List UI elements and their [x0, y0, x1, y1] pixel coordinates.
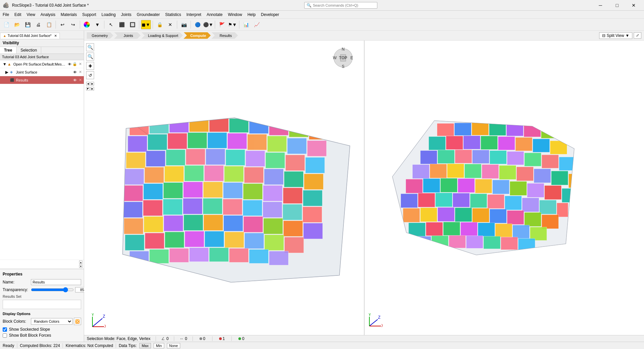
svg-rect-133 [430, 164, 446, 178]
eye-icon-open-pit[interactable]: 👁 [67, 62, 72, 67]
restore-button[interactable]: □ [609, 0, 625, 11]
scroll-tr-btn[interactable]: ▶ [90, 87, 94, 90]
eye-icon-joint[interactable]: 👁 [72, 70, 77, 75]
sphere-button[interactable]: 🔵 [193, 20, 202, 29]
undo-button[interactable]: ↩ [58, 20, 67, 29]
scroll-down-arrow[interactable]: ▼ [79, 264, 82, 268]
scroll-tl-btn[interactable]: ◤ [86, 87, 90, 90]
tree-item-joint-label: Joint Surface [16, 70, 72, 74]
file-tab[interactable]: ▲ Tutorial 03 Add Joint Surface* ✕ [0, 33, 60, 39]
new-button[interactable]: 📄 [1, 20, 11, 29]
menu-item-groundwater[interactable]: Groundwater [134, 11, 162, 18]
save-button[interactable]: 💾 [23, 20, 33, 29]
scroll-right-btn[interactable]: ▶ [90, 82, 94, 86]
menu-item-support[interactable]: Support [79, 11, 99, 18]
split-view-button[interactable]: ⊟ Split View ▼ [599, 32, 632, 39]
zoom-out-btn-left[interactable]: 🔍- [86, 53, 94, 61]
search-input[interactable] [313, 3, 373, 7]
scroll-up-arrow[interactable]: ▲ [79, 261, 82, 264]
svg-rect-134 [447, 164, 464, 178]
workflow-step-results[interactable]: Results [211, 32, 238, 39]
redo-button[interactable]: ↪ [68, 20, 78, 29]
sphere2-button[interactable]: ⚫▼ [203, 20, 213, 29]
block-colors-select[interactable]: Random Colors By Material By Factor of S… [31, 318, 72, 325]
flag-button[interactable]: 🚩 [217, 20, 227, 29]
svg-rect-91 [190, 248, 209, 262]
chart-button[interactable]: 📈 [252, 20, 262, 29]
menu-item-window[interactable]: Window [225, 11, 245, 18]
expand-viewer-button[interactable]: ⤢ [634, 32, 641, 39]
close-button[interactable]: ✕ [626, 0, 641, 11]
menu-item-materials[interactable]: Materials [58, 11, 80, 18]
cross-button[interactable]: ✕ [165, 20, 175, 29]
socketed-slope-label: Show Sockected Slope [9, 327, 50, 332]
workflow-step-geometry[interactable]: Geometry [87, 32, 113, 39]
menu-item-analysis[interactable]: Analysis [38, 11, 58, 18]
data-tips-none-button[interactable]: None [167, 343, 180, 348]
pan-btn-left[interactable]: ✚ [86, 62, 94, 70]
export-button[interactable]: 📋 [44, 20, 54, 29]
menu-item-annotate[interactable]: Annotate [204, 11, 225, 18]
vis-tab-selection[interactable]: Selection [17, 47, 41, 54]
menu-item-interpret[interactable]: Interpret [184, 11, 204, 18]
camera-button[interactable]: 📷 [179, 20, 189, 29]
parts-section[interactable]: 0 [237, 336, 246, 341]
svg-rect-73 [204, 215, 223, 230]
lock-button[interactable]: 🔒 [155, 20, 165, 29]
delete-icon-joint[interactable]: ✕ [78, 70, 82, 75]
vis-tab-tree[interactable]: Tree [0, 47, 17, 54]
menu-item-joints[interactable]: Joints [118, 11, 134, 18]
svg-rect-35 [246, 151, 265, 166]
bodies-section[interactable]: 1 [218, 336, 226, 341]
eye-icon-results[interactable]: 👁 [72, 78, 77, 83]
menu-item-loading[interactable]: Loading [99, 11, 118, 18]
expand-icon-joint[interactable]: ▶ [5, 70, 10, 75]
undo-btn-left[interactable]: ↺ [86, 71, 94, 79]
workflow-step-joints[interactable]: Joints [114, 32, 141, 39]
zoom-in-btn-left[interactable]: 🔍 [86, 43, 94, 51]
open-button[interactable]: 📂 [12, 20, 22, 29]
data-tips-min-button[interactable]: Min [154, 343, 164, 348]
color-wheel-button[interactable] [82, 20, 92, 29]
shuffle-button[interactable]: 🔀 [74, 318, 81, 325]
svg-rect-166 [472, 208, 489, 222]
select-tool[interactable]: ↖ [106, 20, 116, 29]
title-bar-search[interactable]: 🔍 [304, 2, 377, 9]
tree-item-open-pit[interactable]: ▼ ▲ Open Pit Surface:Default:Mesh_ext 👁 … [0, 60, 84, 68]
menu-item-statistics[interactable]: Statistics [163, 11, 184, 18]
name-input[interactable] [31, 279, 81, 285]
menu-item-developer[interactable]: Developer [258, 11, 282, 18]
faces-section[interactable]: 0 [198, 336, 207, 341]
scroll-left-btn[interactable]: ◀ [86, 82, 90, 86]
minimize-button[interactable]: ─ [593, 0, 608, 11]
print-button[interactable]: 🖨 [33, 20, 43, 29]
active-mode-button[interactable]: ◼▼ [141, 20, 151, 29]
delete-icon-results[interactable]: ✕ [78, 78, 82, 83]
box-button[interactable]: 🔲 [127, 20, 137, 29]
data-tips-max-button[interactable]: Max [139, 343, 151, 348]
socketed-slope-checkbox[interactable] [3, 327, 7, 332]
menu-item-edit[interactable]: Edit [12, 11, 24, 18]
menu-item-help[interactable]: Help [245, 11, 258, 18]
menu-item-view[interactable]: View [24, 11, 38, 18]
select-button[interactable]: ▼ [92, 20, 102, 29]
svg-rect-64 [223, 199, 242, 215]
svg-line-100 [92, 318, 102, 327]
flag2-button[interactable]: ⚑▼ [227, 20, 237, 29]
menu-item-file[interactable]: File [0, 11, 12, 18]
tree-item-results[interactable]: ⬛ Results 👁 ✕ [0, 76, 84, 84]
lock-icon-open-pit[interactable]: 🔒 [72, 62, 77, 67]
delete-icon-open-pit[interactable]: ✕ [78, 62, 82, 67]
workflow-step-compute[interactable]: Compute [184, 32, 211, 39]
svg-rect-185 [518, 239, 535, 251]
table-button[interactable]: 📊 [241, 20, 251, 29]
transparency-slider[interactable] [31, 287, 74, 292]
tree-item-joint[interactable]: ▶ ◈ Joint Surface 👁 ✕ [0, 68, 84, 76]
bolt-forces-checkbox[interactable] [3, 333, 7, 338]
cube-button[interactable]: ⬛ [117, 20, 127, 29]
tab-close-icon[interactable]: ✕ [54, 34, 57, 38]
workflow-step-loading[interactable]: Loading & Support [141, 32, 183, 39]
expand-icon-open-pit[interactable]: ▼ [3, 62, 7, 67]
split-view-icon: ⊟ [602, 33, 605, 38]
svg-rect-79 [125, 235, 144, 250]
